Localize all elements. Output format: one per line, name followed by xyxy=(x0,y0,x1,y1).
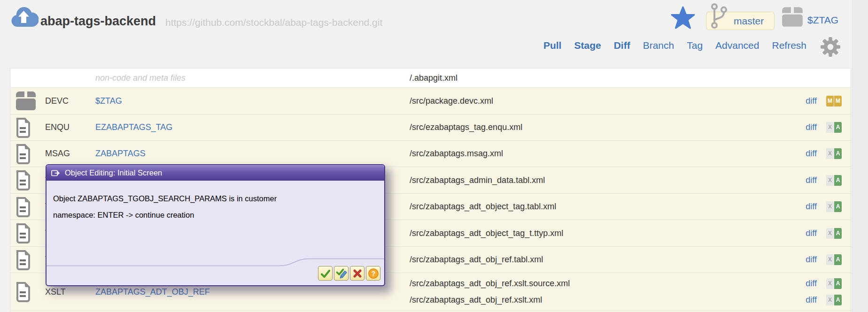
file-list: /src/zabaptags_adt_obj_ref.xslt.source.x… xyxy=(410,273,851,311)
file-row: /src/zabaptags_admin_data.tabl.xml diff … xyxy=(410,172,842,189)
object-name[interactable]: ZABAPTAGS xyxy=(95,141,410,167)
diff-link[interactable]: diff xyxy=(806,122,817,132)
file-path: /src/zabaptags_adt_obj_ref.xslt.source.x… xyxy=(410,279,806,289)
dialog-titlebar[interactable]: Object Editing: Initial Screen xyxy=(46,165,384,181)
row-icon-cell xyxy=(10,141,45,167)
diff-link[interactable]: diff xyxy=(806,295,817,305)
continue-edit-button[interactable] xyxy=(334,266,349,281)
status-badge: A xyxy=(834,278,842,289)
row-icon-cell xyxy=(10,247,45,273)
diff-link[interactable]: diff xyxy=(806,149,817,159)
status-badge: X xyxy=(826,122,834,133)
help-icon: ? xyxy=(368,268,379,279)
dialog-message: Object ZABAPTAGS_TGOBJ_SEARCH_PARAMS is … xyxy=(46,181,384,223)
menu-item-tag[interactable]: Tag xyxy=(687,40,703,51)
file-row: /src/zabaptags_adt_object_tag_t.ttyp.xml… xyxy=(410,225,842,242)
repo-title: abap-tags-backend xyxy=(40,14,156,29)
badge-group: XA xyxy=(826,201,842,212)
file-path: /src/zabaptags_adt_object_tag.tabl.xml xyxy=(410,202,806,212)
badge-group: XA xyxy=(826,254,842,265)
diff-link[interactable]: diff xyxy=(806,279,817,289)
dialog-button-bar: ? xyxy=(318,266,380,281)
status-badge: A xyxy=(834,228,842,239)
dialog-message-line2: namespace: ENTER -> continue creation xyxy=(53,207,378,223)
dialog-window-icon xyxy=(51,169,61,177)
repo-url: https://github.com/stockbal/abap-tags-ba… xyxy=(165,17,382,28)
file-list: /src/zabaptags_adt_object_tag_t.ttyp.xml… xyxy=(410,220,851,246)
package-name[interactable]: $ZTAG xyxy=(807,15,838,26)
file-row: /src/zabaptags_adt_obj_ref.xslt.source.x… xyxy=(410,275,842,292)
badge-group: XA xyxy=(826,148,842,159)
diff-link[interactable]: diff xyxy=(806,255,817,265)
file-list: /src/package.devc.xml diff MM xyxy=(410,88,851,114)
check-pencil-icon xyxy=(336,268,347,279)
file-list: /src/zabaptags_adt_obj_ref.tabl.xml diff… xyxy=(410,247,851,273)
menu-item-stage[interactable]: Stage xyxy=(574,40,601,51)
file-row: /src/zabaptags_adt_obj_ref.xslt.xml diff… xyxy=(410,292,842,308)
file-icon xyxy=(15,170,31,190)
file-icon xyxy=(15,282,31,302)
status-badge: X xyxy=(826,228,834,239)
git-branch-icon xyxy=(710,2,728,31)
badge-group: XA xyxy=(826,295,842,305)
file-row: /.abapgit.xml xyxy=(410,70,842,86)
object-type: ENQU xyxy=(45,114,95,140)
status-badge: X xyxy=(826,278,834,289)
object-name[interactable]: $ZTAG xyxy=(95,88,410,114)
diff-link[interactable]: diff xyxy=(806,175,817,185)
file-path: /src/ezabaptags_tag.enqu.xml xyxy=(410,122,806,132)
table-row: ENQU EZABAPTAGS_TAG /src/ezabaptags_tag.… xyxy=(10,114,851,140)
row-icon-cell xyxy=(10,114,45,140)
abapgit-repo-page: abap-tags-backend https://github.com/sto… xyxy=(0,0,868,312)
row-icon-cell xyxy=(10,167,45,193)
status-badge: X xyxy=(826,295,834,305)
status-badge: X xyxy=(826,175,834,186)
status-badge: X xyxy=(826,254,834,265)
branch-name[interactable]: master xyxy=(734,15,764,27)
diff-link[interactable]: diff xyxy=(806,202,817,212)
file-icon xyxy=(15,223,31,244)
file-list: /.abapgit.xml xyxy=(410,68,851,87)
object-name: non-code and meta files xyxy=(95,68,410,87)
file-row: /src/zabaptags.msag.xml diff XA xyxy=(410,145,842,162)
continue-button[interactable] xyxy=(318,266,333,281)
badge-group: XA xyxy=(826,122,842,133)
status-badge: A xyxy=(834,148,842,159)
status-badge: A xyxy=(834,295,842,305)
diff-link[interactable]: diff xyxy=(806,96,817,106)
file-icon xyxy=(15,117,31,138)
table-row: MSAG ZABAPTAGS /src/zabaptags.msag.xml d… xyxy=(10,140,851,167)
object-name[interactable]: EZABAPTAGS_TAG xyxy=(95,114,410,140)
status-badge: X xyxy=(826,201,834,212)
file-path: /src/zabaptags_admin_data.tabl.xml xyxy=(410,175,806,185)
object-type: MSAG xyxy=(45,141,95,167)
menu-item-pull[interactable]: Pull xyxy=(543,40,562,51)
row-icon-cell xyxy=(10,194,45,220)
cancel-button[interactable] xyxy=(350,266,364,281)
file-icon xyxy=(15,197,31,217)
status-badge: X xyxy=(826,148,834,159)
file-path: /src/zabaptags_adt_obj_ref.tabl.xml xyxy=(410,255,806,265)
help-button[interactable]: ? xyxy=(366,266,380,281)
badge-group: XA xyxy=(826,175,842,186)
favorite-star-icon[interactable] xyxy=(671,6,695,31)
status-badge: A xyxy=(834,254,842,265)
page-scrollbar[interactable] xyxy=(852,0,868,312)
status-badge: A xyxy=(834,175,842,186)
check-icon xyxy=(320,268,331,279)
file-path: /src/zabaptags.msag.xml xyxy=(410,149,806,159)
header-menu: PullStageDiffBranchTagAdvancedRefresh xyxy=(0,35,841,56)
menu-item-diff[interactable]: Diff xyxy=(614,40,630,51)
badge-group: MM xyxy=(826,96,842,107)
table-row: non-code and meta files /.abapgit.xml xyxy=(10,68,851,87)
diff-link[interactable]: diff xyxy=(806,228,817,238)
file-path: /src/zabaptags_adt_obj_ref.xslt.xml xyxy=(410,295,806,305)
file-list: /src/zabaptags.msag.xml diff XA xyxy=(410,141,851,167)
menu-item-branch[interactable]: Branch xyxy=(643,40,674,51)
menu-item-advanced[interactable]: Advanced xyxy=(715,40,759,51)
menu-item-refresh[interactable]: Refresh xyxy=(772,40,806,51)
file-path: /.abapgit.xml xyxy=(410,73,842,83)
settings-gear-icon[interactable] xyxy=(820,37,841,59)
badge-group: XA xyxy=(826,278,842,289)
dialog-title: Object Editing: Initial Screen xyxy=(65,168,162,177)
